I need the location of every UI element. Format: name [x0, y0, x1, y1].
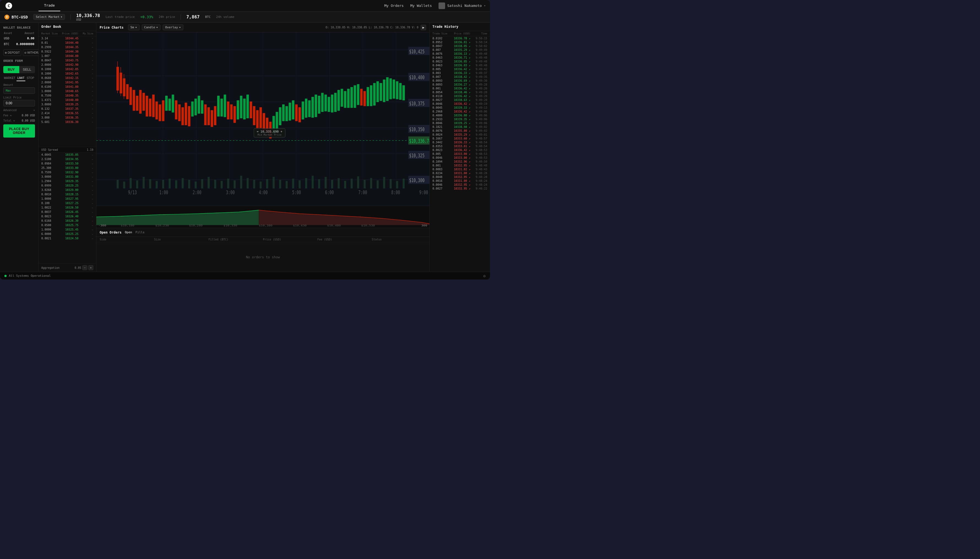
buy-tab[interactable]: BUY	[3, 66, 19, 73]
user-menu[interactable]: Satoshi Nakamoto ▾	[439, 2, 486, 9]
ob-bid-size: 4.0045	[41, 153, 60, 157]
th-time: 9:48:22	[471, 187, 487, 190]
ob-ask-row[interactable]: 2.0000 10342.90 -	[38, 63, 96, 67]
ob-ask-row[interactable]: 2.0000 10341.95 -	[38, 80, 96, 85]
ob-ask-row[interactable]: 0.6100 10341.80 -	[38, 85, 96, 89]
select-market-dropdown[interactable]: Select Market ▾	[33, 14, 65, 20]
ob-ask-row[interactable]: 3.0000 10339.25 -	[38, 103, 96, 107]
volume-label: 24h volume	[216, 15, 234, 19]
ob-bid-price: 10326.30	[60, 219, 79, 223]
th-size: 0.0016	[433, 179, 449, 182]
timeframe-select[interactable]: 5m▾	[128, 25, 139, 30]
ob-bid-row[interactable]: 0.0021 10324.50 -	[38, 237, 96, 241]
th-price: 10338.05 ↗	[449, 45, 471, 48]
ob-ask-my-size: -	[78, 94, 93, 98]
chart-expand-button[interactable]: ▶	[421, 25, 426, 30]
ob-bid-row[interactable]: 4.0045 10335.05 -	[38, 153, 96, 157]
ob-bid-row[interactable]: 6.0000 10325.25 -	[38, 232, 96, 237]
deposit-button[interactable]: ⊕ DEPOSIT	[3, 50, 21, 56]
th-col-time: Time	[471, 32, 487, 35]
ob-bid-row[interactable]: 3.0268 10329.00 -	[38, 188, 96, 192]
ob-ask-row[interactable]: 0.2999 10344.35 -	[38, 45, 96, 50]
ob-ask-row[interactable]: 1.4371 10340.00 -	[38, 98, 96, 103]
th-time: 9:49:06	[471, 122, 487, 125]
ob-ask-row[interactable]: 0.0688 10342.15 -	[38, 76, 96, 80]
th-time: 9:48:57	[471, 137, 487, 140]
ob-ask-row[interactable]: 1.0000 10340.65 -	[38, 89, 96, 94]
my-wallets-link[interactable]: My Wallets	[410, 3, 432, 8]
wallet-col-amount: Amount	[14, 31, 35, 35]
ob-ask-row[interactable]: 1.007 10344.00 -	[38, 54, 96, 58]
trade-history-title: Trade History	[430, 23, 490, 31]
overlay-select[interactable]: Overlay▾	[163, 25, 183, 30]
th-price: 10338.46 ↗	[449, 91, 471, 94]
ob-bid-my-size: -	[78, 157, 93, 161]
th-row: 0.0093 10336.27 ↗ 9:49:28	[430, 83, 490, 86]
ob-bid-row[interactable]: 0.0037 10326.45 -	[38, 210, 96, 214]
ob-ask-row[interactable]: 0.5922 10344.30 -	[38, 50, 96, 54]
ob-ask-row[interactable]: 0.7599 10340.35 -	[38, 94, 96, 98]
oo-tab-open[interactable]: Open	[125, 230, 132, 234]
ob-ask-row[interactable]: 0.132 10337.35 -	[38, 107, 96, 111]
market-tab[interactable]: MARKET	[3, 75, 16, 81]
change-label: 24h price	[159, 15, 175, 19]
aggregation-controls: 0.05 − +	[75, 265, 93, 270]
max-button[interactable]: Max	[6, 89, 11, 92]
ob-bid-size: 3.0000	[41, 175, 60, 179]
ob-ask-size: 0.0688	[41, 76, 60, 80]
svg-rect-134	[286, 181, 288, 189]
total-label: Total ≈	[3, 119, 15, 122]
ob-ask-row[interactable]: 2.414 10336.55 -	[38, 111, 96, 116]
limit-tab[interactable]: LIMIT	[17, 75, 26, 81]
ob-bid-row[interactable]: 25.300 10333.00 -	[38, 166, 96, 170]
ob-ask-row[interactable]: 0.0047 10343.75 -	[38, 58, 96, 63]
svg-rect-64	[263, 113, 265, 131]
ob-ask-row[interactable]: 3.000 10336.35 -	[38, 116, 96, 120]
ob-bid-row[interactable]: 1.0000 10327.95 -	[38, 197, 96, 201]
oo-tab-fills[interactable]: Fills	[136, 230, 144, 234]
mid-price-value: = 10,335.690 +	[257, 130, 282, 134]
th-time: 9:48:53	[471, 156, 487, 159]
ob-bid-row[interactable]: 0.0023 10326.40 -	[38, 214, 96, 219]
ob-bid-row[interactable]: 1.0000 10325.45 -	[38, 228, 96, 232]
ob-bid-row[interactable]: 3.0000 10331.00 -	[38, 175, 96, 179]
my-orders-link[interactable]: My Orders	[384, 3, 403, 8]
ob-bid-row[interactable]: 0.6168 10326.30 -	[38, 219, 96, 223]
candle-select[interactable]: Candle▾	[142, 25, 161, 30]
total-row: Total ≈ 0.00 USD	[3, 119, 35, 122]
agg-increase-button[interactable]: +	[88, 265, 93, 270]
svg-rect-140	[325, 177, 327, 189]
ob-bid-row[interactable]: 1.0022 10326.50 -	[38, 205, 96, 210]
settings-gear-icon[interactable]: ⚙	[483, 274, 486, 278]
ob-bid-price: 10325.45	[60, 228, 79, 232]
th-size: 0.0054	[433, 91, 449, 94]
th-size: 0.0048	[433, 175, 449, 179]
ob-ask-size: 0.1000	[41, 72, 60, 76]
ob-ask-row[interactable]: 5.601 10336.30 -	[38, 120, 96, 124]
agg-decrease-button[interactable]: −	[82, 265, 87, 270]
ob-bid-row[interactable]: 0.7599 10332.90 -	[38, 170, 96, 175]
svg-rect-38	[178, 105, 180, 121]
ob-bid-row[interactable]: 0.0500 10325.75 -	[38, 223, 96, 228]
sell-tab[interactable]: SELL	[19, 66, 35, 73]
ob-ask-row[interactable]: 0.1000 10342.65 -	[38, 71, 96, 76]
ob-bid-row[interactable]: 0.100 10327.25 -	[38, 201, 96, 205]
svg-rect-143	[344, 181, 346, 189]
ob-ask-size: 2.0000	[41, 63, 60, 67]
ob-ask-row[interactable]: 0.1000 10342.85 -	[38, 67, 96, 71]
place-order-button[interactable]: PLACE BUY ORDER	[3, 124, 35, 137]
ob-ask-row[interactable]: 3.14 10344.45 -	[38, 36, 96, 41]
ob-bid-row[interactable]: 0.0984 10333.50 -	[38, 162, 96, 166]
svg-rect-129	[253, 180, 255, 189]
th-price: 10331.00 ↗	[449, 179, 471, 182]
stop-tab[interactable]: STOP	[26, 75, 35, 81]
ob-bid-row[interactable]: 0.0010 10328.15 -	[38, 192, 96, 197]
ob-bid-row[interactable]: 1.2904 10329.35 -	[38, 179, 96, 184]
svg-rect-125	[227, 179, 229, 189]
ob-bid-price: 10327.25	[60, 202, 79, 205]
advanced-toggle[interactable]: Advanced ▾	[3, 109, 35, 112]
nav-tab-trade[interactable]: Trade	[38, 0, 60, 11]
ob-bid-row[interactable]: 2.5100 10334.95 -	[38, 157, 96, 162]
ob-ask-row[interactable]: 0.01 10344.40 -	[38, 41, 96, 45]
ob-bid-row[interactable]: 0.0999 10329.25 -	[38, 184, 96, 188]
